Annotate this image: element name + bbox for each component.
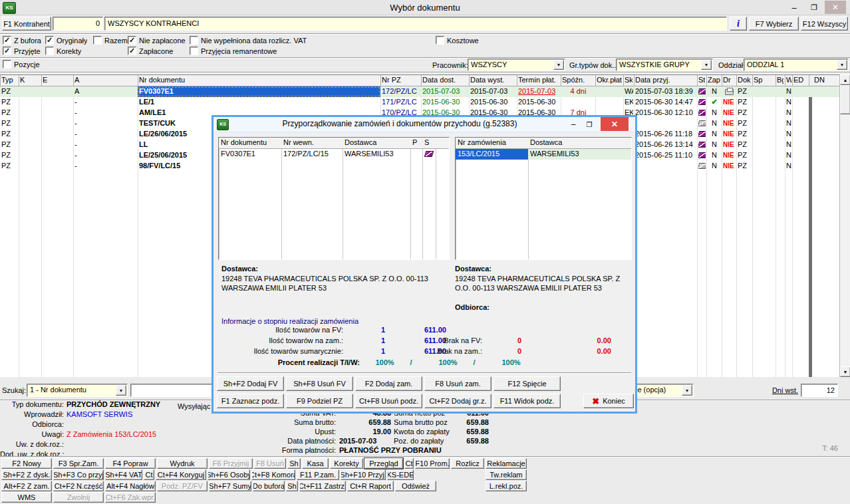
dialog-button-f2-dodaj-zam-[interactable]: F2 Dodaj zam. [355, 376, 422, 391]
maximize-button[interactable]: ❐ [805, 1, 823, 13]
dialog-button-f11-widok-podz-[interactable]: F11 Widok podz. [494, 394, 561, 408]
fn-button-wms[interactable]: WMS [1, 492, 52, 503]
fn-button-alt-f2-z-zam-[interactable]: Alt+F2 Z zam. [1, 481, 52, 491]
chevron-down-icon[interactable]: ▼ [116, 385, 126, 396]
column-header-sp[interactable]: Sp [754, 76, 774, 86]
column-header-wyst[interactable]: Data wyst. [470, 76, 515, 86]
column-header-a[interactable]: A [74, 76, 136, 86]
minimize-button[interactable]: – [785, 1, 803, 13]
fn-button-do-bufora[interactable]: Do bufora [253, 481, 285, 491]
checkbox-r1-3[interactable]: ✓ [128, 36, 136, 45]
dialog-maximize-button[interactable]: ❐ [582, 119, 597, 130]
kontrahent-code-field[interactable]: 0 [53, 17, 103, 31]
checkbox-r2-1[interactable] [45, 47, 54, 55]
dialog-button-f1-zaznacz-podz-[interactable]: F1 Zaznacz podz. [217, 394, 284, 408]
checkbox-r2-3[interactable] [190, 47, 198, 55]
column-header-k[interactable]: K [20, 76, 40, 86]
chevron-down-icon[interactable]: ▼ [682, 385, 692, 396]
scrollbar-thumb[interactable] [840, 85, 850, 114]
list-row[interactable]: 153/LC/2015WARSEMILI53 [456, 149, 631, 160]
selector-dropdown-1[interactable]: WSZYSTKIE GRUPY▼ [616, 59, 713, 71]
fn-button-alt-f4-nag-w[interactable]: Alt+F4 Nagłów [105, 481, 156, 491]
fn-button-przegl-d[interactable]: Przegląd [364, 458, 403, 469]
fn-button-tw-reklam[interactable]: Tw.reklam [486, 469, 527, 480]
list-column-header[interactable]: S [424, 138, 434, 148]
fn-button-f2-nowy[interactable]: F2 Nowy [1, 458, 52, 469]
fn-button-ct-f4-koryguj[interactable]: Ct+F4 Koryguj [156, 469, 206, 480]
fn-button-ct-f8-komora[interactable]: Ct+F8 Komora [251, 469, 295, 480]
fn-button-f3-spr-zam-[interactable]: F3 Spr.Zam. [53, 458, 104, 469]
column-header-przyj[interactable]: Data przyj. [635, 76, 696, 86]
list-row[interactable]: FV0307E1172/PZ/LC/15WARSEMILI53 [219, 149, 449, 160]
fn-button-f4-popraw[interactable]: F4 Popraw [105, 458, 156, 469]
dialog-button-f8-usu-zam-[interactable]: F8 Usuń zam. [424, 376, 492, 391]
column-header-spozn[interactable]: Spóźn. [562, 76, 594, 86]
fn-button-korekty[interactable]: Korekty [330, 458, 363, 469]
info-button[interactable]: i [730, 17, 747, 31]
checkbox-r1-4[interactable] [190, 36, 198, 45]
column-header-dr[interactable]: Dr [723, 76, 735, 86]
dialog-button-f12-spi-cie[interactable]: F12 Spięcie [494, 376, 561, 391]
checkbox-r2-2[interactable]: ✓ [128, 47, 136, 55]
fn-button-kasa[interactable]: Kasa [302, 458, 329, 469]
list-column-header[interactable]: Dostawca [530, 138, 630, 148]
dialog-button-f9-podziel-pz[interactable]: F9 Podziel PZ [286, 394, 353, 408]
fn-button-ks-ede[interactable]: KS-EDE [387, 469, 414, 480]
fn-button-sh[interactable]: Sh [286, 481, 298, 491]
fn-button-sh-f2-z-dysk-[interactable]: Sh+F2 Z dysk. [1, 469, 52, 480]
dialog-button-ct-f8-usu-podz-[interactable]: Ct+F8 Usuń podz. [355, 394, 422, 408]
search-mode-dropdown[interactable]: 1 - Nr dokumentu ▼ [27, 384, 128, 397]
fn-button-sh-f6-osoby[interactable]: Sh+F6 Osoby [208, 469, 250, 480]
f7-wybierz-button[interactable]: F7 Wybierz [749, 17, 799, 31]
column-header-st[interactable]: St. [698, 76, 705, 86]
fn-button-wydruk[interactable]: Wydruk [157, 458, 208, 469]
fn-button-ct-r-raport[interactable]: Ct+R Raport [347, 481, 394, 491]
table-scrollbar[interactable]: ▲ ▼ [839, 74, 850, 377]
column-header-dost[interactable]: Data dost. [422, 76, 468, 86]
dialog-button-sh-f8-usu-fv[interactable]: Sh+F8 Usuń FV [286, 376, 353, 391]
selector-dropdown-0[interactable]: WSZYSCY▼ [468, 59, 565, 71]
list-column-header[interactable]: Dostawca [345, 138, 409, 148]
fn-button-od-wie-[interactable]: Odśwież [395, 481, 436, 491]
fn-button-ct[interactable]: Ct [404, 458, 414, 469]
fn-button-sh-f10-przyj-[interactable]: Sh+F10 Przyj. [341, 469, 386, 480]
dialog-minimize-button[interactable]: – [566, 119, 581, 130]
column-header-e[interactable]: E [43, 76, 72, 86]
checkbox-kosztowe[interactable] [436, 36, 444, 45]
column-header-nr[interactable]: Nr dokumentu [139, 76, 379, 86]
dialog-button-ct-f2-dodaj-gr-z-[interactable]: Ct+F2 Dodaj gr.z. [424, 394, 492, 408]
fn-button-ct-f11-zastrz-[interactable]: Ct+F11 Zastrz. [299, 481, 346, 491]
close-button[interactable]: ✕ [825, 1, 846, 14]
fn-button-sh-f4-vat[interactable]: Sh+F4 VAT [105, 469, 142, 480]
column-header-nrpz[interactable]: Nr PZ [382, 76, 420, 86]
column-header-ed[interactable]: ED [793, 76, 807, 86]
column-header-skr[interactable]: Skr [625, 76, 633, 86]
f1-kontrahent-button[interactable]: F1 Kontrahent [2, 17, 51, 31]
column-header-typ[interactable]: Typ [1, 76, 17, 86]
chevron-down-icon[interactable]: ▼ [837, 60, 847, 70]
list-column-header[interactable]: Nr zamówienia [458, 138, 527, 148]
fn-button-ct-f2-n-cz-[interactable]: Ct+F2 N.część [53, 481, 104, 491]
orders-list[interactable]: Nr zamówieniaDostawca153/LC/2015WARSEMIL… [455, 137, 632, 260]
checkbox-r1-1[interactable]: ✓ [45, 36, 54, 45]
fn-button-sh-f3-co-przyj[interactable]: Sh+F3 Co przyj [53, 469, 104, 480]
fn-button-ct[interactable]: Ct [144, 469, 154, 480]
table-row[interactable]: PZAFV0307E1172/PZ/LC2015-07-032015-07-03… [0, 86, 839, 97]
chevron-down-icon[interactable]: ▼ [553, 60, 564, 70]
f12-wszyscy-button[interactable]: F12 Wszyscy [801, 17, 848, 31]
fn-button-sh[interactable]: Sh [287, 458, 301, 469]
checkbox-r1-0[interactable]: ✓ [3, 36, 11, 45]
scroll-up-icon[interactable]: ▲ [840, 74, 850, 85]
chevron-down-icon[interactable]: ▼ [701, 60, 712, 70]
scroll-down-icon[interactable]: ▼ [840, 366, 850, 377]
column-header-w[interactable]: W [786, 76, 791, 86]
dialog-button-sh-f2-dodaj-fv[interactable]: Sh+F2 Dodaj FV [217, 376, 284, 391]
fn-button-reklamacje[interactable]: Reklamacje [486, 458, 527, 469]
checkbox-r1-2[interactable] [93, 36, 102, 45]
list-column-header[interactable]: Nr wewn. [283, 138, 341, 148]
list-column-header[interactable]: P [412, 138, 421, 148]
selector-dropdown-2[interactable]: ODDZIAL 1▼ [744, 59, 849, 71]
fn-button-l-rekl-poz-[interactable]: L.rekl.poz. [486, 481, 527, 491]
column-header-termin[interactable]: Termin płat. [518, 76, 559, 86]
dialog-close-button[interactable]: ✕ [601, 117, 629, 131]
